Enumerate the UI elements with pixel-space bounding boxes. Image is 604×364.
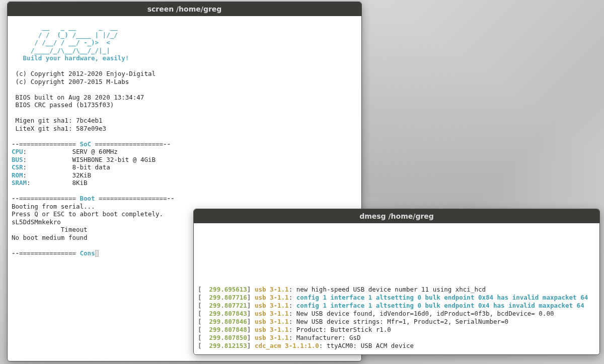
titlebar-screen[interactable]: screen /home/greg	[8, 2, 361, 16]
titlebar-dmesg[interactable]: dmesg /home/greg	[194, 209, 599, 223]
soc-rom: ROM: 32KiB	[12, 171, 357, 179]
ascii-line: /____/_/\__/\__/_/|_|	[12, 47, 357, 55]
dmesg-line: [ 299.807846] usb 3-1.1: New USB device …	[198, 318, 595, 326]
ascii-line: / /__/ / __/ -_)> <	[12, 39, 357, 47]
blank-region	[198, 227, 595, 286]
dmesg-line: [ 299.807850] usb 3-1.1: Manufacturer: G…	[198, 334, 595, 342]
dmesg-line: [ 299.807848] usb 3-1.1: Product: Butter…	[198, 326, 595, 334]
blank-line	[12, 62, 357, 70]
console-label: Cons	[80, 249, 95, 257]
dmesg-lines: [ 299.695613] usb 3-1.1: new high-speed …	[198, 286, 595, 350]
dmesg-line: [ 299.812153] cdc_acm 3-1.1:1.0: ttyACM0…	[198, 342, 595, 350]
soc-sram: SRAM: 8KiB	[12, 179, 357, 187]
boot-label: Boot	[80, 195, 95, 202]
title-text: screen /home/greg	[147, 5, 222, 13]
soc-divider: --=============== SoC ==================…	[12, 140, 357, 148]
copyright-line: (c) Copyright 2012-2020 Enjoy-Digital	[12, 70, 357, 78]
blank-line	[12, 109, 357, 117]
bios-built: BIOS built on Aug 28 2020 13:34:47	[12, 94, 357, 102]
soc-cpu: CPU: SERV @ 60MHz	[12, 148, 357, 156]
boot-divider: --=============== Boot =================…	[12, 195, 357, 203]
dmesg-line: [ 299.807716] usb 3-1.1: config 1 interf…	[198, 294, 595, 302]
dmesg-line: [ 299.695613] usb 3-1.1: new high-speed …	[198, 286, 595, 294]
soc-label: SoC	[80, 140, 91, 148]
bios-crc: BIOS CRC passed (b1735f03)	[12, 101, 357, 109]
copyright-line: (c) Copyright 2007-2015 M-Labs	[12, 78, 357, 86]
ascii-line: / / (_) /____ | |/_/	[12, 31, 357, 39]
terminal-window-dmesg[interactable]: dmesg /home/greg [ 299.695613] usb 3-1.1…	[193, 209, 600, 355]
ascii-tagline: Build your hardware, easily!	[12, 54, 357, 62]
title-text: dmesg /home/greg	[359, 212, 434, 220]
blank-line	[12, 85, 357, 94]
dmesg-line: [ 299.807843] usb 3-1.1: New USB device …	[198, 310, 595, 318]
soc-csr: CSR: 8-bit data	[12, 163, 357, 171]
terminal-output-dmesg[interactable]: [ 299.695613] usb 3-1.1: new high-speed …	[194, 223, 599, 354]
litex-sha: LiteX git sha1: 587e09e3	[12, 125, 357, 133]
blank-line	[12, 132, 357, 140]
ascii-line: __ _ __ _ __	[12, 23, 357, 31]
migen-sha: Migen git sha1: 7bc4eb1	[12, 117, 357, 125]
cursor-icon	[95, 250, 99, 257]
dmesg-line: [ 299.807721] usb 3-1.1: config 1 interf…	[198, 302, 595, 310]
soc-bus: BUS: WISHBONE 32-bit @ 4GiB	[12, 156, 357, 164]
blank-line	[12, 187, 357, 195]
